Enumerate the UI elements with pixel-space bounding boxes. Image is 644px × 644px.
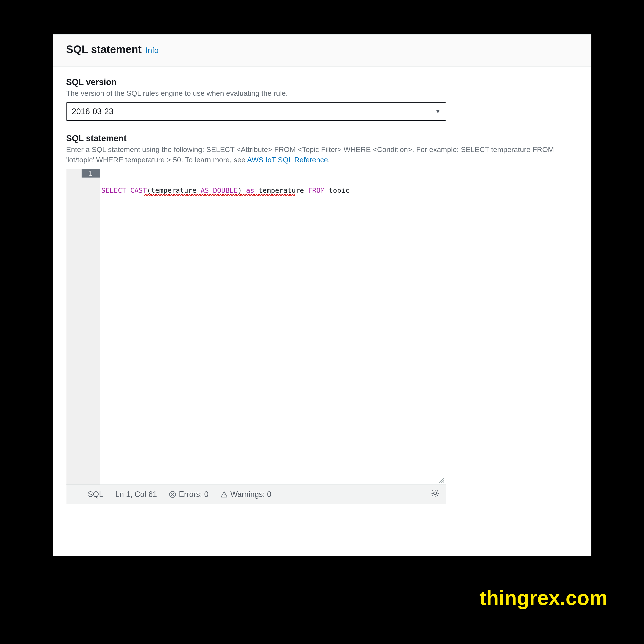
kw-double: DOUBLE — [213, 186, 238, 194]
ident-temp1: temperature — [151, 186, 196, 194]
kw-from: FROM — [308, 186, 325, 194]
status-warnings: Warnings: 0 — [220, 490, 271, 499]
info-link[interactable]: Info — [146, 46, 158, 55]
error-squiggle — [144, 194, 295, 196]
line-number: 1 — [82, 169, 100, 178]
chevron-down-icon: ▼ — [435, 108, 441, 115]
rparen: ) — [238, 186, 242, 194]
resize-grip-icon[interactable] — [439, 477, 445, 483]
sql-version-label: SQL version — [66, 77, 578, 87]
sql-help-suffix: . — [328, 156, 330, 164]
panel-title: SQL statement — [66, 43, 142, 55]
sql-version-select[interactable]: 2016-03-23 ▼ — [66, 102, 446, 121]
kw-as-alias: as — [246, 186, 254, 194]
sql-statement-panel: SQL statement Info SQL version The versi… — [53, 34, 591, 556]
lparen: ( — [147, 186, 151, 194]
status-errors-text: Errors: 0 — [179, 490, 208, 499]
status-warnings-text: Warnings: 0 — [230, 490, 271, 499]
editor-scroll[interactable]: 1 SELECT CAST(temperature AS DOUBLE) as … — [66, 169, 446, 485]
sql-version-value: 2016-03-23 — [66, 102, 446, 121]
editor-status-bar: SQL Ln 1, Col 61 Errors: 0 Warnings: 0 — [66, 485, 446, 504]
sql-version-help: The version of the SQL rules engine to u… — [66, 88, 578, 99]
status-position: Ln 1, Col 61 — [115, 490, 157, 499]
sql-editor: 1 SELECT CAST(temperature AS DOUBLE) as … — [66, 169, 446, 504]
warning-icon — [220, 491, 228, 498]
code-line-1: SELECT CAST(temperature AS DOUBLE) as te… — [101, 186, 446, 195]
svg-point-2 — [224, 496, 225, 496]
editor-settings-button[interactable] — [431, 489, 439, 500]
watermark: thingrex.com — [480, 586, 608, 610]
kw-select: SELECT — [101, 186, 126, 194]
kw-as: AS — [200, 186, 209, 194]
kw-cast: CAST — [130, 186, 147, 194]
panel-body: SQL version The version of the SQL rules… — [53, 67, 591, 556]
error-icon — [169, 491, 176, 498]
status-errors: Errors: 0 — [169, 490, 208, 499]
code-area[interactable]: SELECT CAST(temperature AS DOUBLE) as te… — [100, 169, 446, 485]
sql-reference-link[interactable]: AWS IoT SQL Reference — [247, 156, 328, 164]
panel-header: SQL statement Info — [53, 35, 591, 67]
sql-statement-help: Enter a SQL statement using the followin… — [66, 144, 578, 165]
status-lang: SQL — [88, 490, 103, 499]
sql-statement-label: SQL statement — [66, 134, 578, 143]
ident-topic: topic — [329, 186, 349, 194]
ident-temp2: temperature — [258, 186, 304, 194]
editor-gutter: 1 — [66, 169, 100, 485]
gear-icon — [431, 489, 439, 498]
